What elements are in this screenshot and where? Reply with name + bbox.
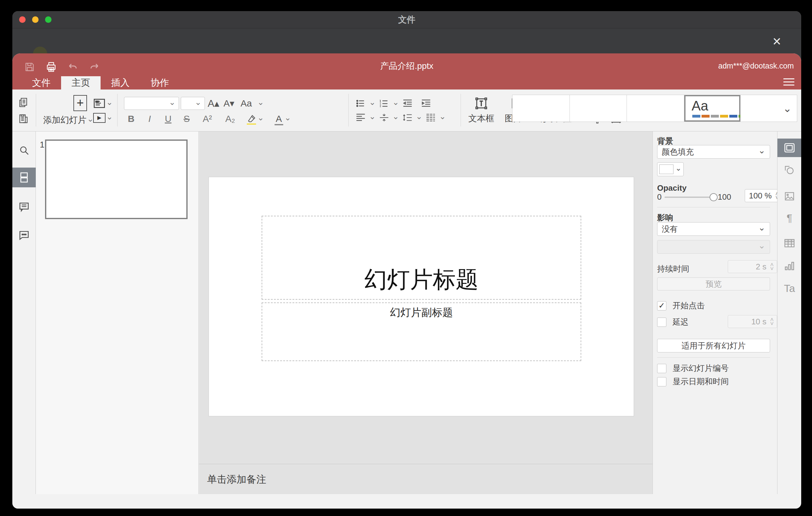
close-traffic-light[interactable] — [19, 16, 26, 23]
effect-value: 没有 — [662, 224, 678, 234]
superscript-icon[interactable]: A² — [201, 114, 214, 124]
maximize-traffic-light[interactable] — [45, 16, 52, 23]
chevron-down-icon: ⌄ — [673, 164, 683, 173]
theme-item[interactable] — [741, 95, 778, 122]
subscript-icon[interactable]: A₂ — [223, 114, 237, 124]
chevron-down-icon[interactable]: ⌄ — [106, 114, 114, 120]
image-settings-icon[interactable] — [778, 187, 801, 205]
opacity-label: Opacity — [657, 183, 687, 193]
fill-type-dropdown[interactable]: 颜色填充 ⌄ — [657, 145, 770, 159]
effect-type-dropdown[interactable]: ⌄ — [657, 240, 770, 254]
add-slide-label[interactable]: 添加幻灯片 — [43, 114, 86, 126]
opacity-slider-track[interactable] — [665, 197, 711, 198]
duration-spinner[interactable]: 2 s ˄˅ — [728, 260, 777, 273]
chevron-down-icon[interactable]: ⌄ — [392, 113, 400, 119]
paragraph-settings-icon[interactable]: ¶ — [778, 209, 801, 227]
paste-icon[interactable] — [18, 113, 29, 124]
delay-value: 10 s — [751, 317, 766, 326]
slides-panel-icon[interactable] — [12, 168, 36, 187]
italic-icon[interactable]: I — [145, 114, 154, 124]
tab-collaboration[interactable]: 协作 — [140, 76, 179, 89]
horizontal-align-icon[interactable] — [355, 113, 366, 122]
close-icon[interactable]: ✕ — [770, 34, 784, 49]
comments-icon[interactable] — [12, 197, 36, 217]
font-size-combo[interactable]: ⌄ — [181, 97, 205, 110]
tab-home[interactable]: 主页 — [61, 76, 100, 89]
chevron-down-icon[interactable]: ⌄ — [438, 113, 446, 119]
change-case-icon[interactable]: Aa — [237, 98, 255, 109]
copy-icon[interactable] — [18, 97, 29, 108]
chevron-down-icon[interactable]: ⌄ — [392, 99, 400, 105]
subtitle-placeholder[interactable]: 幻灯片副标题 — [262, 303, 581, 361]
notes-area[interactable]: 单击添加备注 — [199, 464, 652, 494]
chart-settings-icon[interactable] — [778, 257, 801, 275]
chevron-down-icon[interactable]: ⌄ — [257, 99, 265, 105]
shape-settings-icon[interactable] — [778, 161, 801, 179]
table-settings-icon[interactable] — [778, 234, 801, 253]
host-app-bar: ✕ — [12, 29, 801, 53]
slide-thumbnail[interactable] — [45, 140, 187, 219]
minimize-traffic-light[interactable] — [32, 16, 38, 23]
opacity-slider-knob[interactable] — [709, 193, 718, 201]
preview-button[interactable]: 预览 — [657, 278, 770, 290]
start-slideshow-icon[interactable]: ▶ — [93, 113, 106, 123]
highlight-color-icon[interactable] — [246, 114, 257, 123]
apply-to-all-button[interactable]: 适用于所有幻灯片 — [657, 339, 770, 352]
insert-textbox-button[interactable]: 文本框 — [468, 96, 494, 124]
delay-spinner[interactable]: 10 s ˄˅ — [728, 315, 777, 328]
chevron-down-icon[interactable]: ⌄ — [415, 113, 423, 119]
opacity-spinner[interactable]: 100 % ˄˅ — [745, 189, 782, 202]
theme-item[interactable] — [570, 95, 627, 122]
chevron-down-icon[interactable]: ⌄ — [368, 113, 376, 119]
start-on-click-checkbox[interactable]: ✓ — [657, 301, 666, 311]
search-icon[interactable] — [12, 140, 36, 160]
start-on-click-row: ✓ 开始点击 — [657, 300, 705, 311]
font-color-icon[interactable]: A — [274, 114, 284, 124]
strikeout-icon[interactable]: S — [182, 114, 191, 124]
line-spacing-icon[interactable] — [402, 113, 413, 122]
delay-checkbox[interactable] — [657, 318, 666, 327]
theme-item[interactable] — [627, 95, 684, 122]
show-date-time-checkbox[interactable] — [657, 377, 666, 386]
chevron-down-icon[interactable]: ⌄ — [368, 99, 376, 105]
theme-item[interactable] — [513, 95, 570, 122]
slide-settings-icon[interactable] — [778, 139, 801, 157]
toolbar-divider — [461, 94, 461, 126]
vertical-align-icon[interactable] — [379, 113, 389, 122]
slide-subtitle-text: 幻灯片副标题 — [390, 303, 453, 320]
show-slide-number-checkbox[interactable] — [657, 364, 666, 373]
fill-color-picker[interactable]: ⌄ — [657, 162, 684, 176]
textart-settings-icon[interactable]: Ta — [778, 279, 801, 297]
underline-icon[interactable]: U — [164, 114, 173, 124]
columns-icon[interactable] — [426, 113, 436, 122]
macos-titlebar: 文件 — [12, 11, 801, 28]
bullets-icon[interactable] — [355, 99, 366, 108]
numbering-icon[interactable] — [379, 99, 389, 108]
effect-dropdown[interactable]: 没有 ⌄ — [657, 222, 770, 236]
decrease-font-icon[interactable]: A▾ — [222, 98, 236, 109]
gallery-expand-icon[interactable]: ⌄ — [778, 95, 797, 122]
paragraph-group: ⌄ ⌄ ⌄ ⌄ — [355, 89, 446, 131]
theme-item-selected[interactable]: Aa — [684, 95, 741, 122]
decrease-indent-icon[interactable] — [402, 99, 413, 108]
title-placeholder[interactable]: 幻灯片标题 — [262, 216, 581, 300]
fill-color-swatch — [659, 165, 673, 174]
chat-icon[interactable] — [12, 225, 36, 245]
slide-1[interactable]: 幻灯片标题 幻灯片副标题 — [208, 177, 634, 416]
add-slide-icon[interactable]: + — [74, 95, 87, 111]
window-title: 文件 — [398, 14, 415, 26]
tab-file[interactable]: 文件 — [22, 76, 61, 89]
menu-icon[interactable] — [783, 77, 794, 86]
change-layout-icon[interactable] — [93, 98, 106, 109]
increase-font-icon[interactable]: A▴ — [207, 97, 220, 109]
tab-insert[interactable]: 插入 — [100, 76, 140, 89]
spin-down-icon[interactable]: ˅ — [770, 322, 774, 325]
spin-down-icon[interactable]: ˅ — [770, 267, 774, 271]
chevron-down-icon[interactable]: ⌄ — [257, 114, 265, 121]
increase-indent-icon[interactable] — [421, 99, 431, 108]
bold-icon[interactable]: B — [126, 114, 136, 124]
chevron-down-icon[interactable]: ⌄ — [106, 99, 114, 105]
chevron-down-icon[interactable]: ⌄ — [284, 114, 292, 121]
fill-type-value: 颜色填充 — [662, 147, 694, 157]
font-name-combo[interactable]: ⌄ — [124, 97, 179, 110]
